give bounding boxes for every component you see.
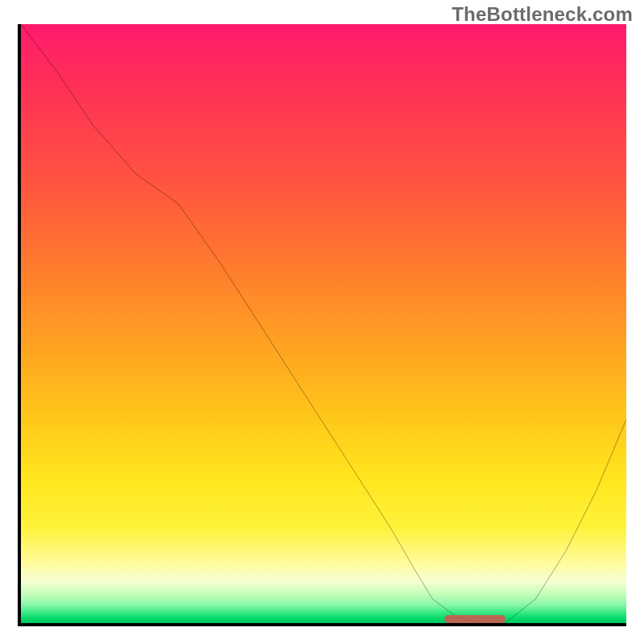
watermark-text: TheBottleneck.com xyxy=(452,3,633,26)
optimal-range-marker xyxy=(444,615,505,623)
plot-area xyxy=(18,24,626,626)
chart-frame: TheBottleneck.com xyxy=(0,0,644,644)
bottleneck-curve xyxy=(21,24,626,623)
